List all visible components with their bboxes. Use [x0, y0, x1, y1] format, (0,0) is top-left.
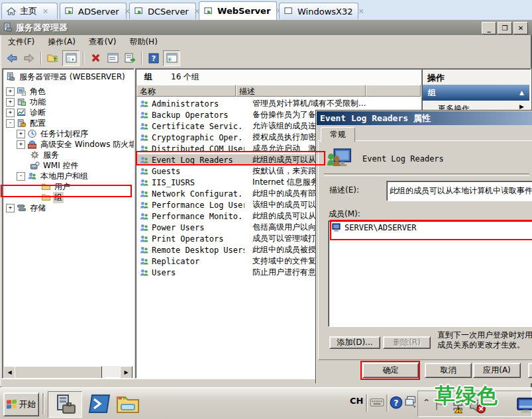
tree-item-task-scheduler[interactable]: + 任务计划程序	[17, 128, 89, 139]
properties-button[interactable]	[105, 51, 121, 66]
tree-item-storage[interactable]: + 存储	[6, 203, 47, 213]
apply-button[interactable]: 应用(A)	[473, 363, 521, 378]
forward-button[interactable]	[21, 51, 37, 66]
storage-icon	[17, 203, 27, 212]
display-icon[interactable]	[516, 397, 532, 413]
menu-bar: 文件(F) 操作(A) 查看(V) 帮助(H)	[1, 35, 531, 50]
tree-item-wmi-control[interactable]: WMI 控件	[28, 160, 80, 171]
tree-horizontal-scrollbar[interactable]: ◀ ▶	[3, 366, 133, 377]
ok-button[interactable]: 确定	[362, 363, 419, 378]
group-icon	[139, 133, 150, 142]
minimize-button[interactable]: _	[482, 22, 496, 34]
console-tree-panel: 服务器管理器 (WEBSERVER) + 角色 + 功能 + 诊断 - 配置 +…	[2, 68, 134, 379]
dialog-title-bar[interactable]: Event Log Readers 属性	[317, 111, 532, 125]
svg-text:?: ?	[394, 398, 398, 408]
tree-root[interactable]: 服务器管理器 (WEBSERVER)	[4, 71, 127, 82]
expand-toggle[interactable]: +	[6, 109, 15, 117]
tree-item-label: 存储	[28, 203, 47, 214]
tab-adserver[interactable]: ADServer ✕	[60, 3, 127, 19]
language-bar-icon[interactable]	[405, 396, 417, 408]
tab-label: 主页	[20, 5, 37, 17]
window-title: 服务器管理器	[16, 22, 68, 34]
delete-button[interactable]	[87, 51, 103, 66]
tree-item-label: 本地用户和组	[39, 171, 89, 182]
tree-item-label: 角色	[28, 86, 47, 97]
keyboard-icon[interactable]	[370, 397, 384, 408]
services-icon	[30, 150, 40, 160]
tab-close-icon[interactable]: ✕	[42, 7, 48, 16]
tab-home[interactable]: 主页 ✕	[1, 3, 58, 19]
group-row[interactable]: Administrators管理员对计算机/域有不受限制...	[136, 98, 422, 109]
vm-running-icon	[134, 7, 144, 16]
show-console-window-button[interactable]	[163, 50, 180, 66]
group-icon	[139, 122, 150, 131]
tab-dcserver[interactable]: DCServer ✕	[129, 3, 196, 19]
show-console-tree-button[interactable]	[62, 50, 80, 66]
screen: 主页 ✕ ADServer ✕ DCServer ✕ WebServer ✕ W…	[0, 0, 532, 419]
menu-action[interactable]: 操作(A)	[41, 35, 82, 49]
taskbar-explorer-button[interactable]	[111, 391, 144, 416]
tree-item-label: 配置	[28, 118, 47, 129]
start-label: 开始	[19, 398, 36, 410]
toolbar-separator	[83, 52, 84, 65]
restore-button[interactable]: ❐	[498, 22, 512, 34]
scroll-thumb[interactable]	[15, 366, 102, 379]
tree-item-roles[interactable]: + 角色	[6, 86, 47, 97]
tree-item-features[interactable]: + 功能	[6, 97, 47, 107]
help-button[interactable]: ?	[146, 51, 162, 66]
expand-toggle[interactable]: +	[6, 98, 15, 107]
tree-item-label: 诊断	[28, 107, 47, 118]
tab-webserver[interactable]: WebServer ✕	[199, 1, 277, 20]
expand-toggle[interactable]: +	[17, 130, 25, 138]
tree-item-label: 高级安全 Windows 防火墙	[39, 139, 134, 150]
menu-file[interactable]: 文件(F)	[1, 35, 41, 49]
tree-item-users-folder[interactable]: 用户	[39, 181, 72, 192]
tree-item-configuration[interactable]: - 配置	[6, 118, 47, 128]
window-controls: _ ❐ ✕	[482, 22, 528, 34]
features-icon	[17, 97, 27, 107]
tree-item-firewall[interactable]: + 高级安全 Windows 防火墙	[17, 139, 134, 150]
actions-group-bar[interactable]: 组 ▲	[423, 85, 529, 101]
tree-item-diagnostics[interactable]: + 诊断	[6, 107, 47, 118]
taskbar-server-manager-button[interactable]	[48, 391, 82, 418]
expand-toggle[interactable]: +	[17, 140, 25, 149]
tree-item-local-users-groups[interactable]: - 本地用户和组	[17, 171, 89, 181]
home-icon	[6, 7, 17, 16]
tree-item-label: WMI 控件	[42, 160, 80, 171]
column-header-desc[interactable]: 描述	[236, 85, 366, 97]
partial-button-edge[interactable]	[528, 363, 532, 378]
powershell-icon	[88, 394, 111, 414]
start-button[interactable]: 开始	[3, 393, 39, 416]
group-icon	[139, 268, 150, 277]
expand-toggle[interactable]: +	[6, 204, 15, 212]
up-one-level-button[interactable]	[45, 51, 61, 66]
group-icon	[139, 167, 150, 176]
export-list-button[interactable]	[122, 51, 138, 66]
menu-help[interactable]: 帮助(H)	[123, 35, 164, 49]
back-button[interactable]	[4, 51, 20, 66]
server-manager-icon	[6, 72, 16, 81]
help-tray-icon[interactable]: ?	[390, 396, 403, 409]
menu-view[interactable]: 查看(V)	[82, 35, 123, 49]
expand-toggle[interactable]: +	[6, 87, 15, 96]
tab-windowsx32[interactable]: WindowsX32 ✕	[279, 3, 358, 19]
group-icon	[139, 257, 150, 266]
tab-close-icon[interactable]: ✕	[358, 7, 364, 16]
taskbar-separator	[42, 393, 44, 414]
cancel-button[interactable]: 取消	[425, 363, 472, 378]
collapse-icon[interactable]: ▲	[519, 89, 524, 96]
tree-item-groups-folder[interactable]: 组	[39, 192, 64, 203]
scroll-right-arrow[interactable]: ▶	[120, 366, 133, 379]
tray-separator	[366, 395, 368, 412]
expand-toggle[interactable]: -	[6, 119, 15, 128]
column-header-empty[interactable]	[366, 85, 421, 97]
language-indicator[interactable]: CH	[350, 396, 363, 406]
column-header-name[interactable]: 名称	[136, 85, 236, 97]
expand-toggle[interactable]: -	[17, 172, 25, 181]
event-log-readers-properties-dialog: Event Log Readers 属性 常规 Event Log Reader…	[315, 110, 532, 383]
expand-tray-chevron-icon[interactable]: ^	[423, 398, 429, 406]
group-icon	[139, 178, 150, 187]
tab-general[interactable]: 常规	[321, 127, 355, 142]
close-button[interactable]: ✕	[513, 22, 528, 34]
tree-item-services[interactable]: 服务	[28, 150, 60, 160]
